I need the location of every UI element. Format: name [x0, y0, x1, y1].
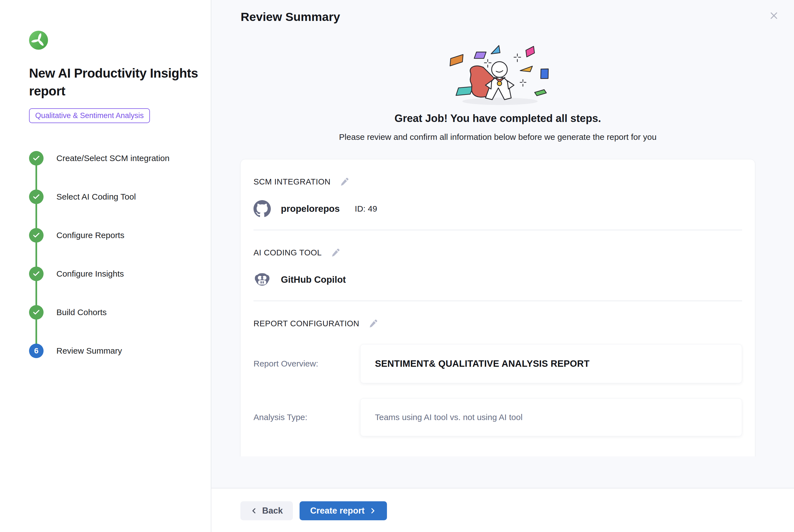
wizard-steps-list: Create/Select SCM integration Select AI …: [29, 151, 200, 358]
analysis-type-badge: Qualitative & Sentiment Analysis: [29, 108, 150, 123]
step-configure-reports[interactable]: Configure Reports: [29, 228, 200, 243]
analysis-type-label: Analysis Type:: [253, 413, 348, 422]
review-summary-panel: Review Summary: [211, 0, 794, 532]
step-check-icon: [29, 267, 43, 281]
step-check-icon: [29, 305, 43, 320]
copilot-icon: [253, 271, 271, 288]
review-summary-card: SCM INTEGRATION propelorepos ID: 49: [240, 159, 755, 456]
app-window: New AI Productivity Insights report Qual…: [0, 0, 794, 532]
report-overview-label: Report Overview:: [253, 359, 348, 368]
step-number: 6: [34, 346, 39, 355]
close-icon[interactable]: [768, 10, 780, 22]
edit-report-config-pencil-icon[interactable]: [368, 318, 379, 329]
propelo-logo-icon: [29, 31, 48, 50]
github-icon: [253, 200, 271, 217]
congrats-subtitle: Please review and confirm all informatio…: [240, 132, 755, 142]
create-report-button[interactable]: Create report: [300, 501, 387, 520]
step-label: Create/Select SCM integration: [56, 153, 169, 163]
step-check-icon: [29, 228, 43, 243]
report-overview-row: Report Overview: SENTIMENT& QUALITATIVE …: [253, 344, 742, 383]
step-label: Review Summary: [56, 346, 122, 356]
edit-ai-tool-pencil-icon[interactable]: [330, 247, 341, 258]
step-build-cohorts[interactable]: Build Cohorts: [29, 305, 200, 320]
report-config-section-label: REPORT CONFIGURATION: [253, 319, 359, 328]
chevron-left-icon: [250, 507, 258, 514]
wizard-sidebar: New AI Productivity Insights report Qual…: [0, 0, 211, 532]
step-label: Configure Reports: [56, 231, 124, 240]
step-check-icon: [29, 151, 43, 166]
integration-id: ID: 49: [355, 204, 377, 213]
congrats-title: Great Job! You have completed all steps.: [240, 113, 755, 125]
back-button-label: Back: [262, 506, 283, 516]
step-select-ai-coding-tool[interactable]: Select AI Coding Tool: [29, 190, 200, 204]
scm-section-label: SCM INTEGRATION: [253, 177, 330, 187]
step-label: Build Cohorts: [56, 308, 107, 317]
step-create-select-scm[interactable]: Create/Select SCM integration: [29, 151, 200, 166]
ai-tool-section-header: AI CODING TOOL: [253, 247, 742, 258]
panel-scroll-area[interactable]: Great Job! You have completed all steps.…: [211, 24, 794, 456]
scm-integration-row: propelorepos ID: 49: [253, 200, 742, 217]
panel-header: Review Summary: [211, 0, 794, 24]
report-overview-value-box: SENTIMENT& QUALITATIVE ANALYSIS REPORT: [360, 344, 742, 383]
step-number-badge: 6: [29, 344, 43, 358]
analysis-type-value-box: Teams using AI tool vs. not using AI too…: [360, 398, 742, 436]
ai-tool-section-label: AI CODING TOOL: [253, 248, 322, 257]
report-config-section-header: REPORT CONFIGURATION: [253, 318, 742, 329]
step-label: Configure Insights: [56, 269, 124, 279]
analysis-type-row: Analysis Type: Teams using AI tool vs. n…: [253, 398, 742, 436]
chevron-right-icon: [369, 507, 376, 514]
analysis-type-value: Teams using AI tool vs. not using AI too…: [375, 413, 523, 422]
create-report-button-label: Create report: [310, 506, 365, 516]
scm-integration-section: SCM INTEGRATION propelorepos ID: 49: [241, 159, 755, 230]
scm-section-header: SCM INTEGRATION: [253, 176, 742, 187]
back-button[interactable]: Back: [240, 501, 293, 520]
celebration-hero-illustration: [436, 42, 559, 109]
step-review-summary[interactable]: 6 Review Summary: [29, 344, 200, 358]
step-label: Select AI Coding Tool: [56, 192, 136, 202]
step-check-icon: [29, 190, 43, 204]
ai-tool-name: GitHub Copilot: [281, 274, 346, 285]
step-configure-insights[interactable]: Configure Insights: [29, 267, 200, 281]
edit-scm-pencil-icon[interactable]: [339, 176, 350, 187]
congrats-block: Great Job! You have completed all steps.…: [240, 42, 755, 142]
ai-tool-row: GitHub Copilot: [253, 271, 742, 288]
page-title: Review Summary: [241, 10, 794, 24]
integration-name: propelorepos: [281, 204, 340, 214]
steps-connector-line: [35, 158, 37, 351]
wizard-footer: Back Create report: [211, 488, 794, 532]
ai-coding-tool-section: AI CODING TOOL: [241, 230, 755, 301]
report-wizard-title: New AI Productivity Insights report: [29, 64, 200, 100]
report-configuration-section: REPORT CONFIGURATION Report Overview: SE…: [241, 301, 755, 456]
report-overview-value: SENTIMENT& QUALITATIVE ANALYSIS REPORT: [375, 358, 590, 369]
